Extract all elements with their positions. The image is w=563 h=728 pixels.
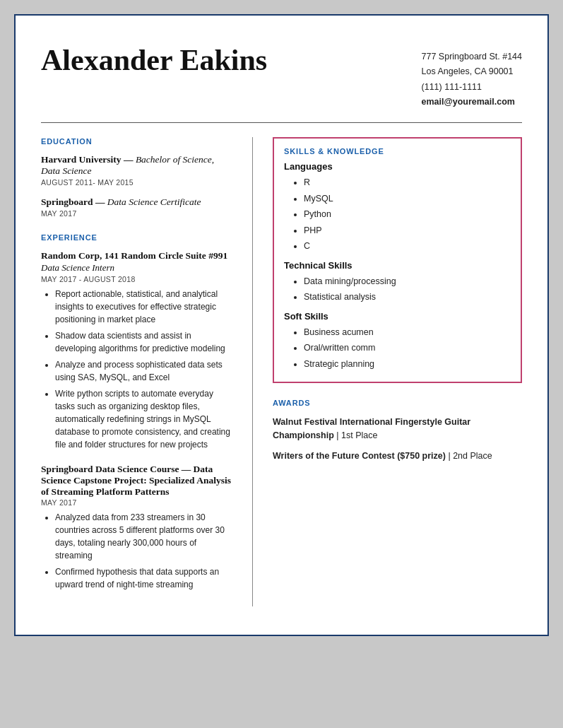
exp-title-0: Data Science Intern bbox=[41, 262, 231, 274]
exp-bullet-1-1: Confirmed hypothesis that data supports … bbox=[55, 565, 231, 591]
skill-cat-2: Soft Skills bbox=[284, 311, 511, 322]
body-columns: EDUCATION Harvard University — Bachelor … bbox=[41, 137, 522, 606]
email: email@youremail.com bbox=[422, 95, 522, 110]
award-entry-0: Walnut Festival International Fingerstyl… bbox=[273, 416, 522, 442]
skill-2-2: Strategic planning bbox=[304, 356, 511, 372]
skills-title: SKILLS & KNOWLEDGE bbox=[284, 147, 511, 155]
skill-0-2: Python bbox=[304, 206, 511, 223]
exp-bullet-1-0: Analyzed data from 233 streamers in 30 c… bbox=[55, 511, 231, 562]
exp-bullet-0-2: Analyze and process sophisticated data s… bbox=[55, 358, 231, 384]
right-column: SKILLS & KNOWLEDGE Languages R MySQL Pyt… bbox=[253, 137, 522, 606]
education-title: EDUCATION bbox=[41, 137, 231, 146]
exp-company-0: Random Corp, 141 Random Circle Suite #99… bbox=[41, 250, 231, 262]
exp-bullet-0-0: Report actionable, statistical, and anal… bbox=[55, 288, 231, 326]
skill-0-0: R bbox=[304, 175, 511, 191]
experience-title: EXPERIENCE bbox=[41, 233, 231, 242]
resume-document: Alexander Eakins 777 Springboard St. #14… bbox=[14, 14, 549, 636]
skill-2-0: Business acumen bbox=[304, 324, 511, 341]
award-place-1: 2nd Place bbox=[453, 451, 492, 461]
address-line2: Los Angeles, CA 90001 bbox=[422, 64, 522, 79]
skill-0-4: C bbox=[304, 238, 511, 254]
experience-section: EXPERIENCE Random Corp, 141 Random Circl… bbox=[41, 233, 231, 591]
skill-list-0: R MySQL Python PHP C bbox=[284, 175, 511, 254]
edu-school-name-0: Harvard University bbox=[41, 154, 122, 165]
edu-degree-1: Data Science Certificate bbox=[107, 196, 201, 207]
awards-title: AWARDS bbox=[273, 399, 522, 407]
edu-entry-0: Harvard University — Bachelor of Science… bbox=[41, 154, 231, 187]
edu-date-0: AUGUST 2011- MAY 2015 bbox=[41, 178, 231, 187]
education-section: EDUCATION Harvard University — Bachelor … bbox=[41, 137, 231, 218]
candidate-name: Alexander Eakins bbox=[41, 44, 267, 76]
edu-dash-1: — bbox=[95, 196, 107, 207]
skill-list-1: Data mining/processing Statistical analy… bbox=[284, 274, 511, 305]
edu-school-0: Harvard University — Bachelor of Science… bbox=[41, 154, 231, 177]
phone: (111) 111-1111 bbox=[422, 80, 522, 95]
skill-1-1: Statistical analysis bbox=[304, 289, 511, 305]
exp-date-1: MAY 2017 bbox=[41, 498, 231, 507]
edu-school-name-1: Springboard bbox=[41, 196, 93, 207]
award-entry-1: Writers of the Future Contest ($750 priz… bbox=[273, 450, 522, 463]
awards-section: AWARDS Walnut Festival International Fin… bbox=[273, 399, 522, 462]
resume-header: Alexander Eakins 777 Springboard St. #14… bbox=[41, 44, 522, 123]
left-column: EDUCATION Harvard University — Bachelor … bbox=[41, 137, 253, 606]
exp-entry-0: Random Corp, 141 Random Circle Suite #99… bbox=[41, 250, 231, 451]
edu-dash-0: — bbox=[124, 154, 136, 165]
exp-bullets-1: Analyzed data from 233 streamers in 30 c… bbox=[41, 511, 231, 591]
exp-bullets-0: Report actionable, statistical, and anal… bbox=[41, 288, 231, 451]
skill-0-1: MySQL bbox=[304, 191, 511, 207]
skill-cat-1: Technical Skills bbox=[284, 260, 511, 271]
edu-date-1: MAY 2017 bbox=[41, 209, 231, 218]
skills-box: SKILLS & KNOWLEDGE Languages R MySQL Pyt… bbox=[273, 137, 522, 383]
exp-company-1: Springboard Data Science Course — Data S… bbox=[41, 464, 231, 498]
edu-school-1: Springboard — Data Science Certificate bbox=[41, 196, 231, 208]
exp-bullet-0-3: Write python scripts to automate everyda… bbox=[55, 387, 231, 451]
edu-entry-1: Springboard — Data Science Certificate M… bbox=[41, 196, 231, 218]
skill-list-2: Business acumen Oral/written comm Strate… bbox=[284, 324, 511, 372]
award-name-1: Writers of the Future Contest ($750 priz… bbox=[273, 451, 446, 461]
address-line1: 777 Springboard St. #144 bbox=[422, 49, 522, 64]
skill-cat-0: Languages bbox=[284, 161, 511, 172]
contact-info: 777 Springboard St. #144 Los Angeles, CA… bbox=[422, 44, 522, 110]
exp-date-0: MAY 2017 - AUGUST 2018 bbox=[41, 275, 231, 283]
skill-1-0: Data mining/processing bbox=[304, 274, 511, 290]
exp-entry-1: Springboard Data Science Course — Data S… bbox=[41, 464, 231, 591]
exp-bullet-0-1: Shadow data scientists and assist in dev… bbox=[55, 329, 231, 355]
skill-0-3: PHP bbox=[304, 223, 511, 239]
skill-2-1: Oral/written comm bbox=[304, 340, 511, 356]
award-place-0: 1st Place bbox=[341, 430, 377, 440]
